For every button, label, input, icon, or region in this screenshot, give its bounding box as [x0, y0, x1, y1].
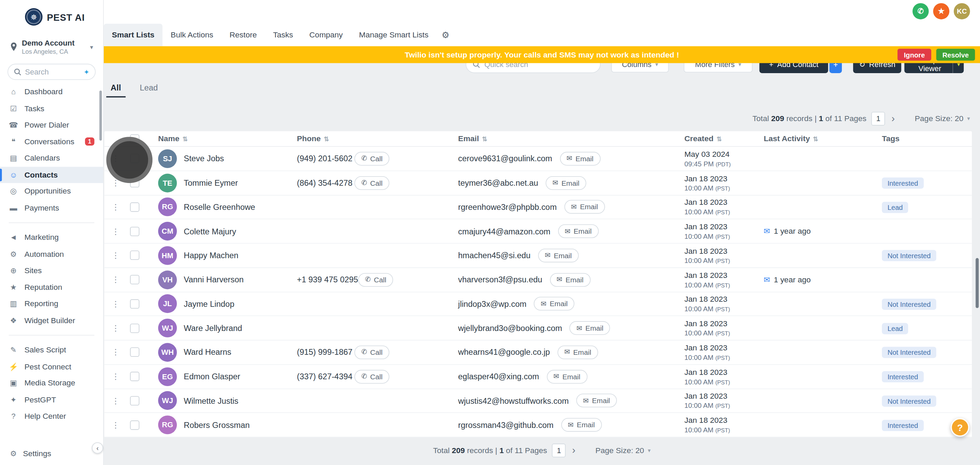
sidebar-item-sites[interactable]: ⊕Sites [0, 262, 103, 279]
contact-name[interactable]: Edmon Glasper [184, 372, 240, 381]
sidebar-item-media-storage[interactable]: ▣Media Storage [0, 375, 103, 392]
sort-icon[interactable]: ⇅ [717, 135, 722, 142]
rewards-icon[interactable]: ★ [933, 3, 950, 19]
email-button[interactable]: ✉Email [538, 249, 579, 262]
drag-handle-icon[interactable]: ⋮ [105, 202, 127, 212]
contact-name[interactable]: Robers Grossman [184, 420, 250, 430]
row-checkbox[interactable] [130, 275, 140, 284]
row-checkbox[interactable] [130, 251, 140, 260]
row-checkbox[interactable] [130, 227, 140, 236]
email-button[interactable]: ✉Email [546, 370, 587, 383]
table-row[interactable]: ⋮VHVanni Harverson+1 939 475 0295✆Callvh… [105, 268, 972, 292]
email-button[interactable]: ✉Email [570, 321, 610, 335]
header-last-activity[interactable]: Last Activity⇅ [764, 134, 882, 143]
email-button[interactable]: ✉Email [564, 200, 605, 214]
page-number-box[interactable]: 1 [552, 444, 566, 457]
call-button[interactable]: ✆Call [354, 370, 389, 383]
email-button[interactable]: ✉Email [560, 152, 600, 165]
sort-icon[interactable]: ⇅ [482, 135, 487, 142]
row-checkbox[interactable] [130, 420, 140, 430]
contact-name[interactable]: Roselle Greenhowe [184, 202, 255, 212]
row-checkbox[interactable] [130, 202, 140, 212]
header-tags[interactable]: Tags [882, 134, 972, 143]
sidebar-search[interactable]: ✦ [8, 63, 95, 80]
page-size-dropdown[interactable]: Page Size: 20▾ [595, 446, 651, 455]
email-button[interactable]: ✉Email [546, 176, 586, 189]
sidebar-item-reporting[interactable]: ▥Reporting [0, 295, 103, 312]
sidebar-item-help-center[interactable]: ?Help Center [0, 408, 103, 425]
drag-handle-icon[interactable]: ⋮ [105, 348, 127, 357]
page-size-dropdown[interactable]: Page Size: 20▾ [915, 114, 970, 123]
drag-handle-icon[interactable]: ⋮ [105, 372, 127, 381]
email-button[interactable]: ✉Email [576, 394, 617, 408]
contact-name[interactable]: Ward Hearns [184, 348, 231, 357]
contact-name[interactable]: Wilmette Justis [184, 396, 239, 405]
contact-name[interactable]: Tommie Eymer [184, 178, 238, 188]
sidebar-item-dashboard[interactable]: ⌂Dashboard [0, 84, 103, 100]
header-created[interactable]: Created⇅ [684, 134, 764, 143]
row-checkbox[interactable] [130, 396, 140, 405]
smart-lists-settings-gear-icon[interactable]: ⚙ [442, 30, 450, 40]
sidebar-item-marketing[interactable]: ◄Marketing [0, 229, 103, 246]
email-button[interactable]: ✉Email [534, 297, 574, 311]
drag-handle-icon[interactable]: ⋮ [105, 299, 127, 309]
contact-name[interactable]: Vanni Harverson [184, 275, 243, 284]
sidebar-item-sales-script[interactable]: ✎Sales Script [0, 342, 103, 359]
call-button[interactable]: ✆Call [354, 152, 389, 165]
topnav-tab-manage-smart-lists[interactable]: Manage Smart Lists [351, 24, 437, 46]
table-row[interactable]: ⋮CMColette Majurycmajury44@amazon.com✉Em… [105, 219, 972, 244]
sidebar-item-tasks[interactable]: ☑Tasks [0, 100, 103, 117]
topnav-tab-tasks[interactable]: Tasks [265, 24, 301, 46]
call-button[interactable]: ✆Call [354, 176, 389, 189]
drag-handle-icon[interactable]: ⋮ [105, 227, 127, 236]
sort-icon[interactable]: ⇅ [813, 135, 818, 142]
topnav-tab-company[interactable]: Company [301, 24, 351, 46]
email-button[interactable]: ✉Email [561, 418, 601, 432]
table-row[interactable]: ⋮EGEdmon Glasper(337) 627-4394✆Calleglas… [105, 365, 972, 389]
sidebar-item-opportunities[interactable]: ◎Opportunities [0, 183, 103, 200]
contact-name[interactable]: Colette Majury [184, 227, 236, 236]
row-checkbox[interactable] [130, 324, 140, 333]
header-phone[interactable]: Phone⇅ [297, 134, 458, 143]
drag-handle-icon[interactable]: ⋮ [105, 420, 127, 430]
drag-handle-icon[interactable]: ⋮ [105, 396, 127, 405]
row-checkbox[interactable] [130, 348, 140, 357]
header-name[interactable]: Name⇅ [153, 134, 297, 143]
sidebar-item-reputation[interactable]: ★Reputation [0, 279, 103, 295]
table-row[interactable]: ⋮WJWare Jellybrandwjellybrand3o@booking.… [105, 316, 972, 341]
sidebar-item-automation[interactable]: ⚙Automation [0, 246, 103, 263]
sidebar-item-pestgpt[interactable]: ✦PestGPT [0, 392, 103, 408]
row-checkbox[interactable] [130, 299, 140, 309]
user-avatar[interactable]: KC [954, 3, 970, 19]
email-button[interactable]: ✉Email [558, 224, 598, 238]
topnav-tab-bulk-actions[interactable]: Bulk Actions [163, 24, 221, 46]
table-row[interactable]: ⋮RGRobers Grossmanrgrossman43@github.com… [105, 413, 972, 438]
page-scrollbar[interactable] [975, 258, 978, 308]
sidebar-item-pest-connect[interactable]: ⚡Pest Connect [0, 358, 103, 375]
contact-name[interactable]: Steve Jobs [184, 154, 224, 163]
sidebar-item-conversations[interactable]: ❝Conversations1 [0, 133, 103, 150]
contact-name[interactable]: Happy Machen [184, 251, 239, 260]
call-button[interactable]: ✆Call [358, 273, 393, 286]
drag-handle-icon[interactable]: ⋮ [105, 324, 127, 333]
sidebar-item-power-dialer[interactable]: ☎Power Dialer [0, 117, 103, 133]
sort-icon[interactable]: ⇅ [324, 135, 329, 142]
resolve-button[interactable]: Resolve [936, 49, 975, 60]
drag-handle-icon[interactable]: ⋮ [105, 275, 127, 284]
sidebar-item-payments[interactable]: ▬Payments [0, 200, 103, 216]
table-row[interactable]: ⋮SJSteve Jobs(949) 201-5602✆Callcerove96… [105, 147, 972, 171]
help-button[interactable]: ? [951, 418, 969, 437]
drag-handle-icon[interactable]: ⋮ [105, 251, 127, 260]
header-email[interactable]: Email⇅ [458, 134, 684, 143]
smart-search-icon[interactable]: ✦ [84, 68, 89, 76]
table-row[interactable]: ⋮TETommie Eymer(864) 354-4278✆Callteymer… [105, 171, 972, 195]
contact-name[interactable]: Jayme Lindop [184, 299, 234, 309]
next-page-button[interactable]: › [890, 113, 896, 124]
topnav-tab-restore[interactable]: Restore [221, 24, 265, 46]
next-page-button[interactable]: › [571, 445, 577, 456]
table-row[interactable]: ⋮RGRoselle Greenhowergreenhowe3r@phpbb.c… [105, 195, 972, 219]
view-tab-all[interactable]: All [106, 82, 125, 98]
sidebar-item-contacts[interactable]: ☺Contacts [0, 166, 103, 183]
email-button[interactable]: ✉Email [557, 345, 598, 359]
row-checkbox[interactable] [130, 372, 140, 381]
